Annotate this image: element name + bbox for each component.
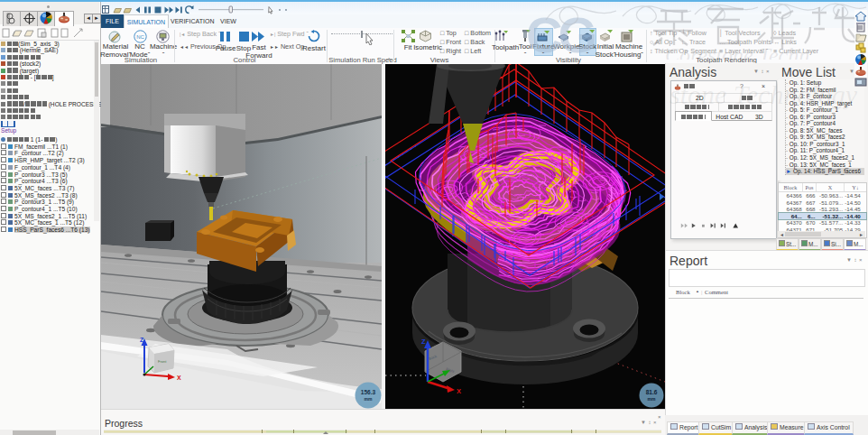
svg-text:mm: mm — [365, 396, 373, 402]
svg-text:156.3: 156.3 — [361, 389, 376, 395]
svg-text:X: X — [457, 387, 461, 395]
svg-text:mm: mm — [648, 396, 656, 402]
svg-text:Front: Front — [158, 359, 167, 364]
svg-text:Z: Z — [421, 338, 426, 346]
svg-text:X: X — [177, 375, 181, 381]
svg-text:NC: NC — [136, 34, 144, 40]
svg-text:Z: Z — [140, 337, 144, 343]
svg-text:81.6: 81.6 — [646, 389, 658, 395]
